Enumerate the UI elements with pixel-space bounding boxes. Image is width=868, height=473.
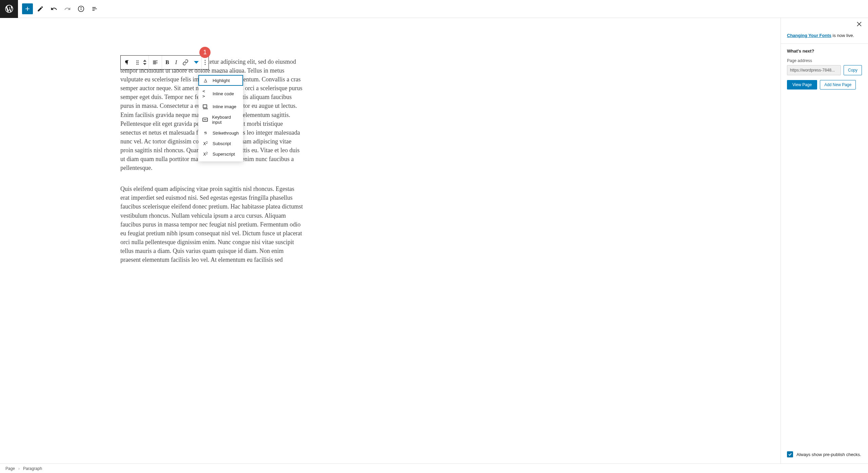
dropdown-label: Highlight: [213, 78, 230, 83]
view-page-button[interactable]: View Page: [787, 80, 817, 90]
block-type-button[interactable]: [121, 56, 134, 69]
italic-button[interactable]: I: [173, 56, 180, 69]
breadcrumb-separator: ›: [18, 466, 20, 471]
edit-button[interactable]: [34, 3, 46, 15]
dropdown-item-inline-image[interactable]: Inline image: [198, 101, 243, 112]
dropdown-item-subscript[interactable]: X2 Subscript: [198, 138, 243, 149]
publish-notice: Changing Your Fonts is now live.: [781, 27, 868, 44]
close-sidebar-button[interactable]: [856, 21, 862, 27]
close-icon: [856, 21, 862, 27]
breadcrumb: Page › Paragraph: [0, 464, 868, 473]
annotation-badge: 1: [199, 47, 211, 58]
info-button[interactable]: [75, 3, 87, 15]
add-block-button[interactable]: [22, 3, 33, 14]
paragraph-icon: [124, 59, 130, 65]
whats-next-heading: What's next?: [787, 48, 862, 54]
redo-icon: [64, 5, 71, 12]
plus-icon: [24, 5, 31, 12]
superscript-icon: X2: [202, 152, 209, 157]
svg-point-2: [81, 7, 81, 8]
image-icon: [202, 104, 209, 109]
more-vertical-icon: [204, 60, 206, 65]
page-url-input[interactable]: https://wordpress-7848...: [787, 65, 841, 75]
align-left-icon: [152, 59, 158, 65]
add-new-page-button[interactable]: Add New Page: [820, 80, 856, 90]
settings-sidebar: Changing Your Fonts is now live. What's …: [781, 18, 868, 464]
undo-button[interactable]: [48, 3, 60, 15]
outline-button[interactable]: [88, 3, 101, 15]
strikethrough-icon: S: [202, 130, 209, 136]
chevron-down-icon: [194, 61, 199, 64]
breadcrumb-paragraph[interactable]: Paragraph: [23, 466, 42, 471]
code-icon: < >: [202, 88, 209, 99]
redo-button[interactable]: [61, 3, 74, 15]
wordpress-icon: [4, 4, 14, 14]
prepublish-checkbox[interactable]: [787, 451, 793, 457]
pencil-icon: [37, 5, 44, 12]
breadcrumb-page[interactable]: Page: [5, 466, 15, 471]
dropdown-label: Subscript: [213, 141, 231, 146]
bold-button[interactable]: B: [162, 56, 173, 69]
svg-point-3: [204, 60, 205, 61]
page-address-label: Page address: [787, 58, 862, 63]
drag-icon: [136, 60, 138, 65]
dropdown-item-superscript[interactable]: X2 Superscript: [198, 149, 243, 159]
check-icon: [788, 452, 792, 456]
dropdown-label: Superscript: [213, 152, 235, 157]
copy-url-button[interactable]: Copy: [844, 65, 862, 75]
svg-point-5: [204, 64, 205, 65]
paragraph-block-2[interactable]: Quis eleifend quam adipiscing vitae proi…: [120, 184, 303, 264]
highlight-icon: A: [202, 78, 209, 83]
move-updown[interactable]: [141, 60, 149, 65]
chevron-up-icon: [143, 60, 146, 62]
dropdown-item-keyboard-input[interactable]: Keyboard input: [198, 112, 243, 127]
dropdown-label: Inline code: [213, 91, 234, 96]
chevron-down-icon: [143, 63, 146, 65]
dropdown-item-highlight[interactable]: A Highlight: [198, 75, 243, 86]
dropdown-item-inline-code[interactable]: < > Inline code: [198, 86, 243, 101]
keyboard-icon: [202, 118, 208, 122]
link-icon: [182, 59, 189, 65]
info-icon: [77, 5, 85, 13]
link-button[interactable]: [180, 56, 191, 69]
bold-icon: B: [165, 59, 169, 65]
dropdown-label: Strikethrough: [213, 131, 239, 136]
svg-point-4: [204, 62, 205, 63]
notice-link[interactable]: Changing Your Fonts: [787, 33, 831, 38]
svg-rect-6: [203, 105, 207, 108]
block-toolbar: B I: [120, 55, 209, 70]
dropdown-label: Inline image: [213, 104, 236, 109]
italic-icon: I: [175, 59, 177, 65]
notice-text: is now live.: [831, 33, 854, 38]
dropdown-item-strikethrough[interactable]: S Strikethrough: [198, 127, 243, 138]
align-button[interactable]: [149, 56, 162, 69]
dropdown-label: Keyboard input: [212, 115, 239, 125]
formatting-dropdown: A Highlight < > Inline code Inline image: [198, 73, 243, 161]
wordpress-logo[interactable]: [0, 0, 18, 18]
drag-handle[interactable]: [134, 56, 141, 69]
undo-icon: [51, 5, 57, 12]
subscript-icon: X2: [202, 141, 209, 146]
prepublish-label: Always show pre-publish checks.: [796, 452, 861, 457]
more-formatting-button[interactable]: [191, 56, 201, 69]
editor-area: 1: [0, 18, 781, 464]
top-toolbar: [0, 0, 868, 18]
list-icon: [91, 5, 98, 12]
